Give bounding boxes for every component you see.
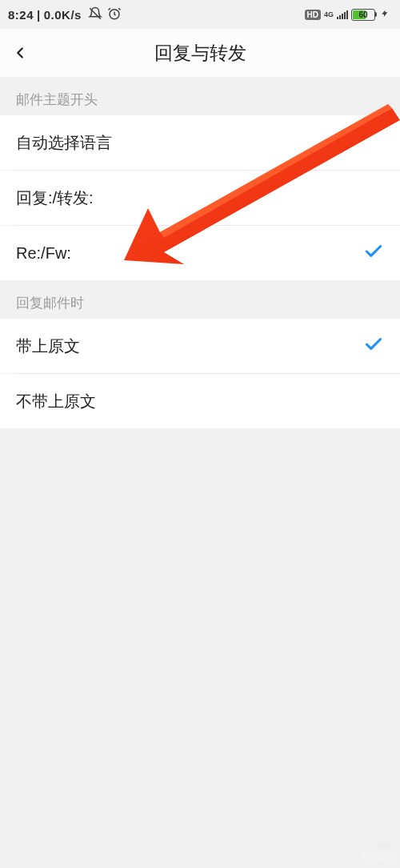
section-header-subject-prefix: 邮件主题开头 (0, 77, 400, 115)
status-net-speed: 0.0K/s (44, 8, 82, 22)
battery-percent: 60 (352, 10, 374, 20)
watermark-brand: Baidu (362, 850, 394, 863)
battery-icon: 60 (351, 9, 377, 21)
option-label: 自动选择语言 (16, 132, 112, 154)
option-english-prefix[interactable]: Re:/Fw: (0, 226, 400, 280)
check-icon (363, 241, 384, 266)
watermark-sub: 经验 (373, 840, 390, 852)
status-right: HD 4G 60 (305, 8, 389, 22)
nav-header: 回复与转发 (0, 29, 400, 77)
option-label: 回复:/转发: (16, 187, 94, 209)
signal-icon (337, 10, 348, 19)
back-button[interactable] (0, 29, 40, 77)
option-exclude-original[interactable]: 不带上原文 (0, 374, 400, 428)
option-auto-language[interactable]: 自动选择语言 (0, 115, 400, 170)
status-time: 8:24 (8, 8, 34, 22)
section-header-on-reply: 回复邮件时 (0, 280, 400, 319)
network-type: 4G (324, 11, 334, 18)
dnd-icon (88, 6, 102, 23)
page-title: 回复与转发 (0, 41, 400, 66)
check-icon (363, 334, 384, 359)
option-include-original[interactable]: 带上原文 (0, 319, 400, 373)
status-bar: 8:24 | 0.0K/s HD 4G 60 (0, 0, 400, 29)
chevron-left-icon (11, 44, 29, 62)
status-left: 8:24 | 0.0K/s (8, 6, 122, 23)
option-label: Re:/Fw: (16, 244, 71, 263)
option-label: 带上原文 (16, 336, 80, 357)
charging-icon (381, 8, 389, 22)
hd-badge: HD (305, 10, 321, 20)
option-label: 不带上原文 (16, 391, 96, 412)
option-chinese-prefix[interactable]: 回复:/转发: (0, 171, 400, 225)
alarm-icon (107, 6, 122, 23)
